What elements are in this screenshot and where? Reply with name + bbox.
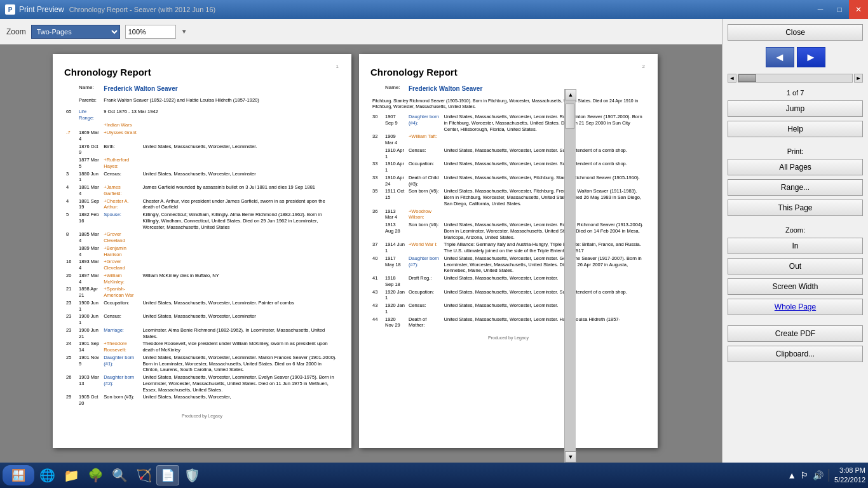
table-row: 4 1881 Mar 4 +James Garfield: James Garf…	[64, 184, 340, 198]
title-bar: P Print Preview Chronology Report - Seav…	[0, 0, 868, 19]
table-row: 26 1903 Mar 13 Daughter born (#2): Unite…	[64, 374, 340, 393]
p2-name-label: Name:	[383, 84, 407, 97]
back-arrow-button[interactable]: ◄	[766, 47, 794, 67]
page-scroll-right[interactable]: ►	[854, 74, 863, 83]
table-row: 5 1882 Feb 16 Spouse: Killingly, Connect…	[64, 211, 340, 231]
whole-page-button[interactable]: Whole Page	[728, 299, 863, 315]
zoom-dropdown[interactable]: Two-Pages	[31, 25, 120, 39]
window-controls: ─ □ ✕	[811, 0, 868, 19]
screen-width-button[interactable]: Screen Width	[728, 278, 863, 295]
taskbar-right: ▲ 🏳 🔊 3:08 PM 5/22/2012	[787, 466, 865, 485]
zoom-out-button[interactable]: Out	[728, 258, 863, 274]
clock-time: 3:08 PM	[834, 466, 865, 475]
table-row: -7 1869 Mar 4 +Ulysses Grant	[64, 129, 340, 143]
p1-name-label: Name:	[77, 84, 102, 97]
page-info: 1 of 7	[728, 89, 863, 97]
table-row: 30 1907 Sep 9 Daughter born (#4): United…	[370, 113, 646, 133]
table-row: 24 1901 Sep 14 +Theodore Roosevelt: Theo…	[64, 340, 340, 354]
page-scroll-track[interactable]	[738, 74, 853, 83]
page-1: 1 Chronology Report Name: Frederick Walt…	[53, 54, 351, 448]
clipboard-button[interactable]: Clipboard...	[728, 346, 863, 362]
tray-flag-icon: 🏳	[800, 470, 809, 480]
page-scroll-left[interactable]: ◄	[728, 74, 736, 83]
table-row: 37 1914 Jun 1 +World War I: Triple Allia…	[370, 241, 646, 255]
clock[interactable]: 3:08 PM 5/22/2012	[834, 466, 865, 485]
this-page-button[interactable]: This Page	[728, 200, 863, 216]
title-icon: P	[5, 4, 15, 15]
table-row: 65 Life Range: 9 Oct 1876 - 13 Mar 1942	[64, 108, 340, 122]
tray-divider	[829, 469, 829, 482]
zoom-label: Zoom	[6, 27, 26, 36]
page-2-number: 2	[642, 64, 645, 69]
pages-container[interactable]: 1 Chronology Report Name: Frederick Walt…	[0, 44, 710, 463]
taskbar-arrow-icon[interactable]: 🏹	[132, 465, 155, 485]
p2-name-value: Frederick Walton Seaver	[407, 84, 646, 97]
help-button[interactable]: Help	[728, 121, 863, 137]
table-row: 29 1905 Oct 20 Son born (#3): United Sta…	[64, 393, 340, 407]
jump-button[interactable]: Jump	[728, 100, 863, 117]
table-row: 43 1920 Jan 1 Census: United States, Mas…	[370, 302, 646, 316]
zoom-in-button[interactable]: In	[728, 238, 863, 254]
tray-arrow-icon[interactable]: ▲	[787, 470, 796, 480]
table-row: 36 1913 Mar 4 +Woodrow Wilson:	[370, 208, 646, 222]
table-row: 1913 Aug 28 Son born (#6): United States…	[370, 221, 646, 241]
table-row: 16 1893 Mar 4 +Grover Cleveland	[64, 258, 340, 272]
taskbar-folder-icon[interactable]: 📁	[60, 465, 83, 485]
sidebar: Close ◄ ► ◄ ► 1 of 7 Jump Help Print: Al…	[722, 19, 868, 488]
window-close-button[interactable]: ✕	[849, 0, 868, 19]
page-2: 2 Chronology Report Name: Frederick Walt…	[359, 54, 658, 448]
table-row: 8 1885 Mar 4 +Grover Cleveland	[64, 231, 340, 245]
table-row: 1876 Oct 9 Birth: United States, Massach…	[64, 143, 340, 157]
page-2-title: Chronology Report	[370, 67, 646, 78]
forward-arrow-button[interactable]: ►	[797, 47, 825, 67]
taskbar-tree-icon[interactable]: 🌳	[84, 465, 107, 485]
range-button[interactable]: Range...	[728, 179, 863, 196]
table-row: 1877 Mar 5 +Rutherford Hayes:	[64, 156, 340, 170]
page-1-number: 1	[336, 64, 339, 69]
table-row: 33 1910 Apr 1 Occupation: United States,…	[370, 160, 646, 174]
tray-area: ▲ 🏳 🔊	[787, 470, 824, 480]
scroll-up-button[interactable]: ▲	[565, 89, 576, 100]
table-row: 35 1911 Oct 15 Son born (#5): United Sta…	[370, 187, 646, 207]
nav-arrows: ◄ ►	[728, 47, 863, 67]
start-button[interactable]: 🪟	[3, 465, 34, 485]
table-row: 23 1900 Jun 1 Occupation: United States,…	[64, 299, 340, 313]
scroll-thumb[interactable]	[566, 104, 574, 129]
table-row: 33 1910 Apr 24 Death of Child (#3): Unit…	[370, 174, 646, 188]
taskbar-search-icon[interactable]: 🔍	[108, 465, 131, 485]
create-pdf-button[interactable]: Create PDF	[728, 325, 863, 342]
scroll-down-button[interactable]: ▼	[565, 451, 576, 463]
p2-produced-by: Produced by Legacy	[370, 336, 646, 340]
p1-parents-label: Parents:	[77, 97, 102, 104]
maximize-button[interactable]: □	[830, 0, 849, 19]
table-row: 23 1900 Jun 1 Census: United States, Mas…	[64, 313, 340, 327]
minimize-button[interactable]: ─	[811, 0, 830, 19]
tray-volume-icon[interactable]: 🔊	[813, 470, 824, 480]
clock-date: 5/22/2012	[834, 475, 865, 485]
content-area: 1 Chronology Report Name: Frederick Walt…	[0, 44, 722, 463]
close-button[interactable]: Close	[728, 24, 863, 41]
p1-parents-value: Frank Walton Seaver (1852-1922) and Hatt…	[102, 97, 340, 104]
taskbar-browser-icon[interactable]: 🌐	[36, 465, 58, 485]
table-row: 20 1897 Mar 4 +William McKinley: William…	[64, 272, 340, 286]
all-pages-button[interactable]: All Pages	[728, 159, 863, 175]
taskbar-doc-icon[interactable]: 📄	[156, 465, 179, 485]
page-scroll-thumb	[738, 74, 756, 82]
zoom-percent-input[interactable]	[125, 25, 176, 39]
table-row: 4 1881 Sep 19 +Chester A. Arthur: Cheste…	[64, 198, 340, 212]
table-row: 3 1880 Jun 1 Census: United States, Mass…	[64, 170, 340, 184]
print-section-label: Print:	[728, 147, 863, 155]
table-row: 1889 Mar 4 +Benjamin Harrison	[64, 245, 340, 259]
window-title: Print Preview	[19, 5, 64, 14]
table-row: 21 1898 Apr 21 +Spanish-American War	[64, 285, 340, 299]
table-row: +Indian Wars	[64, 121, 340, 129]
vertical-scrollbar[interactable]: ▲ ▼	[564, 89, 576, 463]
taskbar-shield-icon[interactable]: 🛡️	[180, 465, 203, 485]
taskbar: 🪟 🌐 📁 🌳 🔍 🏹 📄 🛡️ ▲ 🏳 🔊 3:08 PM 5/22/2012	[0, 463, 868, 488]
zoom-percent-arrow: ▼	[181, 28, 187, 35]
table-row: 1910 Apr 1 Census: United States, Massac…	[370, 147, 646, 161]
table-row: 43 1920 Jan 1 Occupation: United States,…	[370, 288, 646, 302]
table-row: 25 1901 Nov 9 Daughter born (#1): United…	[64, 354, 340, 374]
toolbar: Zoom Two-Pages ▼	[0, 19, 722, 44]
scroll-track[interactable]	[565, 100, 576, 451]
